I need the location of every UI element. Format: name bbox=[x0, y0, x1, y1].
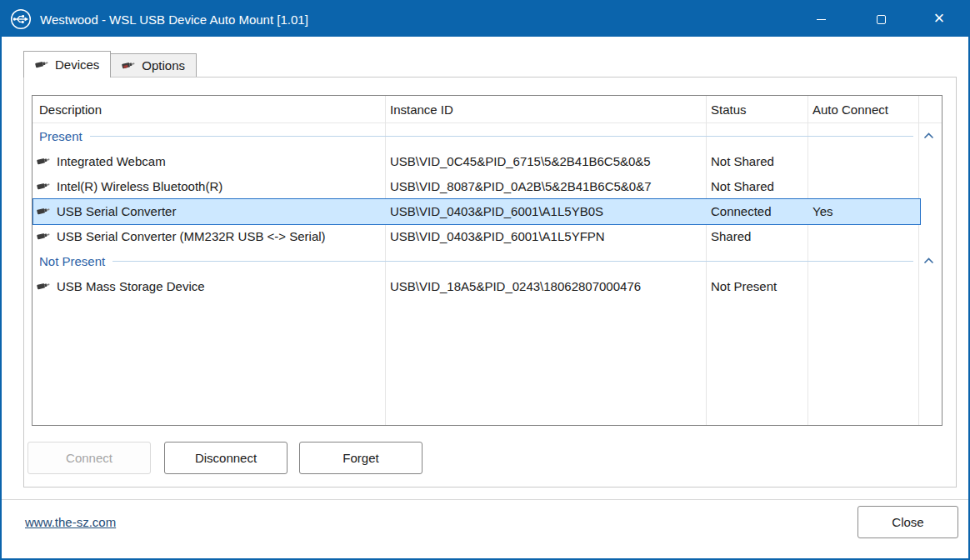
close-window-button[interactable]: × bbox=[920, 2, 958, 37]
device-description: USB Mass Storage Device bbox=[57, 279, 205, 293]
device-status: Not Shared bbox=[706, 154, 808, 168]
column-header-status[interactable]: Status bbox=[706, 102, 808, 117]
tab-devices[interactable]: Devices bbox=[23, 51, 111, 78]
device-status: Shared bbox=[706, 229, 808, 243]
app-window: Westwood - WSL USB Device Auto Mount [1.… bbox=[0, 0, 970, 560]
device-row[interactable]: Intel(R) Wireless Bluetooth(R) USB\VID_8… bbox=[32, 173, 942, 198]
group-divider-line bbox=[112, 261, 913, 262]
minimize-button[interactable] bbox=[802, 2, 840, 37]
group-header-present: Present bbox=[32, 123, 942, 148]
usb-plug-icon bbox=[37, 156, 51, 167]
tab-options[interactable]: Options bbox=[111, 53, 197, 77]
tab-devices-label: Devices bbox=[55, 58, 99, 72]
device-instance-id: USB\VID_8087&PID_0A2B\5&2B41B6C5&0&7 bbox=[385, 179, 706, 193]
device-row[interactable]: Integrated Webcam USB\VID_0C45&PID_6715\… bbox=[32, 148, 942, 173]
group-divider-line bbox=[90, 136, 913, 137]
device-row-selected[interactable]: USB Serial Converter USB\VID_0403&PID_60… bbox=[32, 198, 942, 223]
options-tab-icon bbox=[122, 60, 136, 71]
forget-button[interactable]: Forget bbox=[299, 442, 422, 474]
close-icon: × bbox=[934, 9, 945, 28]
group-label: Not Present bbox=[39, 254, 105, 268]
website-link[interactable]: www.the-sz.com bbox=[25, 515, 116, 529]
usb-plug-icon bbox=[37, 231, 51, 242]
device-row[interactable]: USB Mass Storage Device USB\VID_18A5&PID… bbox=[32, 273, 942, 298]
column-header-auto-connect[interactable]: Auto Connect bbox=[808, 102, 918, 117]
footer-divider bbox=[2, 499, 968, 500]
device-instance-id: USB\VID_0403&PID_6001\A1L5YB0S bbox=[385, 204, 706, 218]
maximize-button[interactable] bbox=[862, 2, 900, 37]
device-instance-id: USB\VID_0C45&PID_6715\5&2B41B6C5&0&5 bbox=[385, 154, 706, 168]
group-collapse-chevron[interactable] bbox=[923, 258, 934, 264]
device-description: USB Serial Converter (MM232R USB <-> Ser… bbox=[57, 229, 326, 243]
tab-bar: Devices Options bbox=[23, 51, 197, 78]
window-title: Westwood - WSL USB Device Auto Mount [1.… bbox=[40, 12, 308, 27]
usb-app-icon bbox=[10, 8, 32, 30]
maximize-icon bbox=[877, 15, 886, 24]
usb-plug-icon bbox=[37, 281, 51, 292]
tab-options-label: Options bbox=[142, 58, 185, 72]
devices-tab-icon bbox=[35, 59, 49, 70]
device-description: USB Serial Converter bbox=[57, 204, 176, 218]
column-header-description[interactable]: Description bbox=[32, 102, 385, 117]
column-header-instance-id[interactable]: Instance ID bbox=[385, 102, 706, 117]
device-description: Integrated Webcam bbox=[57, 154, 166, 168]
device-auto-connect: Yes bbox=[808, 204, 918, 218]
device-instance-id: USB\VID_18A5&PID_0243\18062807000476 bbox=[385, 279, 706, 293]
minimize-icon bbox=[817, 19, 826, 20]
close-button[interactable]: Close bbox=[858, 506, 958, 538]
usb-plug-icon bbox=[37, 181, 51, 192]
device-list: Description Instance ID Status Auto Conn… bbox=[32, 95, 942, 426]
disconnect-button[interactable]: Disconnect bbox=[164, 442, 288, 474]
device-status: Not Present bbox=[706, 279, 808, 293]
devices-tab-page: Description Instance ID Status Auto Conn… bbox=[23, 77, 957, 488]
device-row[interactable]: USB Serial Converter (MM232R USB <-> Ser… bbox=[32, 223, 942, 248]
group-collapse-chevron[interactable] bbox=[923, 132, 934, 139]
device-description: Intel(R) Wireless Bluetooth(R) bbox=[57, 179, 222, 193]
titlebar: Westwood - WSL USB Device Auto Mount [1.… bbox=[2, 2, 968, 37]
device-instance-id: USB\VID_0403&PID_6001\A1L5YFPN bbox=[385, 229, 706, 243]
device-status: Connected bbox=[706, 204, 808, 218]
usb-plug-icon bbox=[37, 206, 51, 217]
connect-button[interactable]: Connect bbox=[28, 442, 151, 474]
device-status: Not Shared bbox=[706, 179, 808, 193]
group-label: Present bbox=[39, 129, 82, 143]
list-header: Description Instance ID Status Auto Conn… bbox=[32, 96, 942, 123]
group-header-not-present: Not Present bbox=[32, 248, 942, 273]
